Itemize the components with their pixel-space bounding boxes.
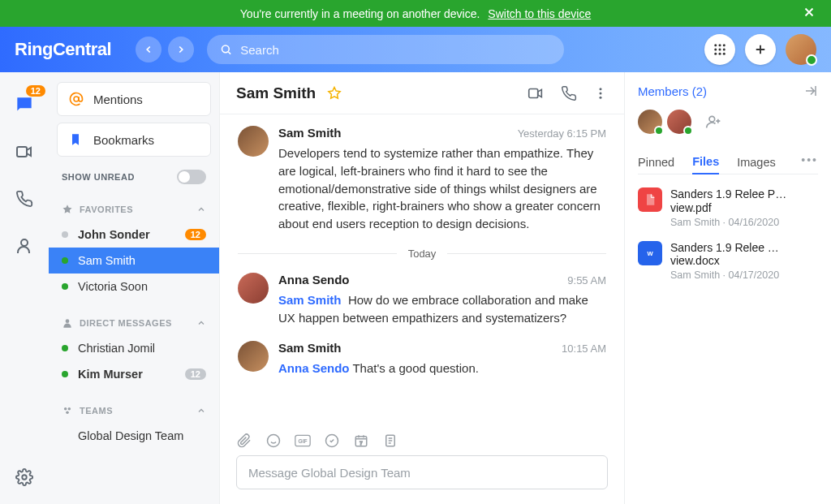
sidebar-bookmarks[interactable]: Bookmarks [57, 123, 211, 157]
search-box[interactable] [207, 35, 564, 64]
search-icon [220, 43, 232, 56]
tabs-more-button[interactable]: ••• [801, 153, 818, 171]
docx-file-icon: W [638, 241, 662, 265]
note-button[interactable] [382, 433, 398, 449]
new-button[interactable] [745, 34, 776, 65]
event-button[interactable]: 7 [353, 433, 369, 449]
svg-text:W: W [647, 250, 653, 257]
gif-button[interactable]: GIF [295, 433, 311, 449]
tab-files[interactable]: Files [692, 150, 719, 174]
svg-text:7: 7 [360, 441, 363, 446]
presence-dot [62, 231, 68, 238]
dialpad-button[interactable] [704, 34, 735, 65]
presence-dot [62, 371, 68, 377]
attach-button[interactable] [236, 433, 252, 449]
emoji-button[interactable] [265, 433, 282, 449]
nav-back-button[interactable] [136, 37, 161, 62]
tab-pinned[interactable]: Pinned [638, 151, 674, 174]
file-item[interactable]: W Sanders 1.9 Relee …view.docx Sam Smith… [638, 241, 818, 282]
team-name: Global Design Team [78, 429, 183, 442]
add-member-button[interactable] [701, 110, 726, 134]
svg-point-13 [74, 97, 79, 101]
conversation-more-button[interactable] [593, 86, 608, 101]
conversation-title: Sam Smith [236, 84, 316, 102]
svg-point-15 [64, 407, 67, 411]
composer: GIF 7 [220, 426, 624, 504]
chevron-up-icon [196, 406, 206, 416]
svg-point-20 [600, 92, 602, 94]
tab-images[interactable]: Images [737, 151, 776, 174]
rail-settings[interactable] [15, 468, 33, 486]
start-video-button[interactable] [527, 84, 545, 102]
dm-header[interactable]: DIRECT MESSAGES [49, 311, 219, 335]
file-name: Sanders 1.9 Relee P…view.pdf [670, 187, 818, 215]
start-call-button[interactable] [561, 85, 577, 101]
teams-label: TEAMS [80, 406, 113, 416]
pdf-file-icon [638, 187, 662, 212]
show-unread-toggle[interactable] [177, 170, 206, 184]
sidebar: Mentions Bookmarks SHOW UNREAD FAVORITES… [49, 72, 219, 504]
right-panel-tabs: Pinned Files Images ••• [638, 150, 818, 174]
meeting-banner: You're currently in a meeting on another… [0, 0, 831, 27]
gif-icon: GIF [295, 433, 311, 448]
svg-point-7 [714, 53, 717, 55]
rail-phone[interactable] [13, 187, 36, 210]
message-avatar[interactable] [238, 126, 269, 157]
dm-item[interactable]: Kim Murser 12 [49, 361, 219, 387]
sidebar-mentions[interactable]: Mentions [57, 82, 211, 116]
favorites-header[interactable]: FAVORITES [49, 197, 219, 222]
profile-avatar[interactable] [786, 34, 816, 65]
collapse-icon [803, 84, 818, 98]
file-name: Sanders 1.9 Relee …view.docx [670, 241, 818, 269]
message-text: Anna Sendo That's a good question. [278, 360, 606, 377]
nav-forward-button[interactable] [168, 37, 194, 62]
dm-label: DIRECT MESSAGES [80, 318, 172, 328]
favorite-name: John Sonder [78, 228, 150, 241]
message-input[interactable] [236, 455, 608, 489]
day-separator: Today [238, 248, 606, 260]
collapse-panel-button[interactable] [803, 84, 818, 98]
presence-dot [62, 345, 68, 351]
show-unread-row: SHOW UNREAD [49, 163, 219, 186]
search-input[interactable] [240, 43, 551, 57]
file-item[interactable]: Sanders 1.9 Relee P…view.pdf Sam Smith ·… [638, 187, 818, 228]
member-avatar[interactable] [667, 110, 691, 134]
svg-point-4 [714, 49, 717, 51]
rail-video[interactable] [13, 140, 36, 163]
file-subtitle: Sam Smith · 04/17/2020 [670, 269, 818, 281]
favorite-star-button[interactable] [327, 86, 342, 101]
members-avatars [638, 110, 818, 134]
rail-contacts[interactable] [13, 235, 36, 257]
teams-header[interactable]: TEAMS [49, 398, 219, 423]
svg-point-2 [719, 44, 721, 46]
message-avatar[interactable] [238, 341, 269, 372]
svg-point-1 [714, 44, 717, 46]
favorite-item[interactable]: Sam Smith [49, 248, 219, 274]
dm-name: Kim Murser [78, 368, 143, 381]
team-item[interactable]: Global Design Team [49, 423, 219, 449]
dm-item[interactable]: Christian Jomil [49, 335, 219, 361]
rail-chat-badge: 12 [26, 85, 45, 97]
svg-text:GIF: GIF [298, 438, 307, 444]
banner-close-icon[interactable] [802, 5, 816, 19]
favorite-item[interactable]: John Sonder 12 [49, 222, 219, 248]
mention[interactable]: Anna Sendo [278, 361, 350, 375]
favorite-item[interactable]: Victoria Soon [49, 274, 219, 299]
file-subtitle: Sam Smith · 04/16/2020 [670, 217, 818, 228]
task-button[interactable] [324, 433, 340, 449]
chevron-up-icon [196, 318, 206, 328]
dialpad-icon [713, 42, 727, 57]
message-avatar[interactable] [238, 273, 269, 304]
members-link[interactable]: Members (2) [638, 84, 707, 98]
team-icon [62, 405, 73, 416]
mention[interactable]: Sam Smith [278, 293, 342, 307]
phone-icon [561, 85, 577, 101]
member-avatar[interactable] [638, 110, 662, 134]
message-author: Sam Smith [278, 126, 342, 140]
banner-switch-link[interactable]: Switch to this device [488, 7, 591, 20]
svg-point-29 [709, 116, 715, 122]
presence-dot [62, 257, 68, 264]
unread-badge: 12 [185, 229, 206, 240]
svg-point-21 [600, 96, 602, 98]
rail-chat[interactable]: 12 [13, 93, 36, 116]
